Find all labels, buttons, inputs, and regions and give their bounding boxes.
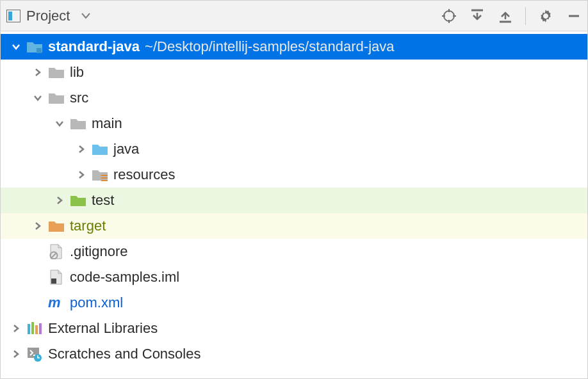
- svg-rect-24: [39, 323, 42, 334]
- svg-rect-13: [37, 48, 42, 53]
- dropdown-arrow-icon[interactable]: [81, 10, 90, 22]
- node-label: standard-java: [48, 38, 140, 55]
- folder-icon: [47, 90, 66, 106]
- chevron-down-icon[interactable]: [51, 119, 69, 128]
- tree-node-project-root[interactable]: standard-java ~/Desktop/intellij-samples…: [1, 34, 587, 60]
- node-label: test: [92, 192, 114, 209]
- ignored-file-icon: [47, 244, 66, 259]
- module-folder-icon: [25, 39, 44, 54]
- toolbar-right: [441, 7, 582, 25]
- svg-rect-16: [101, 180, 108, 181]
- node-label: target: [70, 218, 106, 234]
- project-tree: standard-java ~/Desktop/intellij-samples…: [1, 31, 587, 367]
- tree-node-lib[interactable]: lib: [1, 60, 587, 85]
- minimize-icon[interactable]: [566, 8, 582, 24]
- chevron-down-icon[interactable]: [7, 42, 25, 51]
- chevron-down-icon[interactable]: [29, 93, 47, 102]
- node-label: lib: [70, 64, 84, 81]
- node-label: Scratches and Consoles: [48, 346, 200, 362]
- source-folder-icon: [90, 141, 110, 157]
- tree-node-gitignore[interactable]: .gitignore: [1, 239, 587, 264]
- folder-icon: [69, 116, 88, 131]
- locate-icon[interactable]: [441, 8, 457, 24]
- tree-node-resources[interactable]: resources: [1, 162, 587, 188]
- svg-rect-14: [101, 175, 108, 176]
- node-label: External Libraries: [48, 320, 158, 337]
- chevron-right-icon[interactable]: [29, 68, 47, 77]
- folder-icon: [47, 65, 66, 80]
- chevron-right-icon[interactable]: [72, 145, 90, 154]
- project-panel-icon: [6, 8, 21, 24]
- tree-node-target[interactable]: target: [1, 213, 587, 239]
- node-label: .gitignore: [70, 243, 128, 260]
- tree-node-test[interactable]: test: [1, 188, 587, 213]
- chevron-right-icon[interactable]: [7, 324, 25, 333]
- svg-rect-22: [31, 322, 34, 334]
- tree-node-main[interactable]: main: [1, 111, 587, 136]
- svg-rect-15: [101, 177, 108, 179]
- svg-rect-19: [51, 278, 56, 284]
- collapse-all-icon[interactable]: [497, 8, 514, 24]
- gear-icon[interactable]: [537, 8, 554, 24]
- node-label: pom.xml: [70, 294, 123, 311]
- test-folder-icon: [69, 193, 88, 208]
- tree-node-scratches[interactable]: Scratches and Consoles: [1, 341, 587, 367]
- node-label: code-samples.iml: [70, 269, 179, 286]
- resources-folder-icon: [90, 167, 110, 182]
- node-path: ~/Desktop/intellij-samples/standard-java: [145, 38, 394, 55]
- tree-node-pom[interactable]: m pom.xml: [1, 290, 587, 316]
- node-label: java: [113, 141, 139, 157]
- iml-file-icon: [47, 270, 66, 285]
- node-label: resources: [113, 166, 176, 183]
- svg-rect-23: [35, 325, 38, 334]
- tree-node-java[interactable]: java: [1, 136, 587, 162]
- chevron-right-icon[interactable]: [7, 350, 25, 359]
- expand-all-icon[interactable]: [469, 8, 486, 24]
- toolbar-separator: [525, 7, 526, 25]
- toolbar-left: Project: [6, 8, 90, 24]
- chevron-right-icon[interactable]: [51, 196, 69, 205]
- node-label: src: [70, 90, 88, 106]
- svg-rect-21: [28, 324, 30, 334]
- node-label: main: [92, 115, 122, 132]
- svg-point-2: [444, 11, 454, 21]
- project-toolbar: Project: [1, 1, 587, 31]
- excluded-folder-icon: [47, 218, 66, 234]
- tree-node-src[interactable]: src: [1, 85, 587, 111]
- svg-text:m: m: [48, 296, 61, 310]
- tree-node-external-libraries[interactable]: External Libraries: [1, 316, 587, 341]
- chevron-right-icon[interactable]: [29, 222, 47, 230]
- svg-point-11: [544, 13, 548, 18]
- svg-rect-1: [8, 12, 12, 20]
- chevron-right-icon[interactable]: [72, 170, 90, 179]
- panel-title[interactable]: Project: [26, 8, 70, 24]
- scratches-icon: [25, 346, 44, 362]
- libraries-icon: [25, 321, 44, 336]
- tree-node-iml[interactable]: code-samples.iml: [1, 264, 587, 290]
- maven-file-icon: m: [47, 295, 66, 310]
